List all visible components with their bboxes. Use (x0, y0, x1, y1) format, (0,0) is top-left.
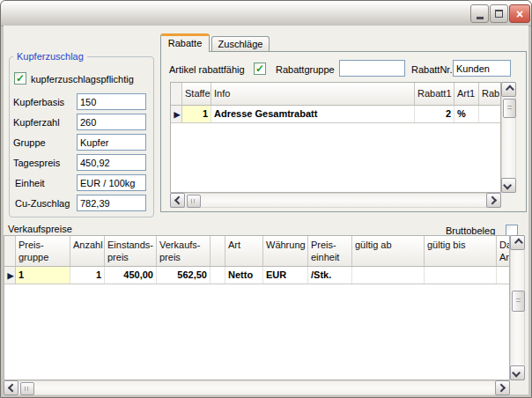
gruppe-label: Gruppe (13, 137, 46, 148)
row-selector-header (171, 83, 182, 105)
kupferzuschlag-title: Kupferzuschlag (13, 51, 87, 62)
rabattnr-label: RabattNr. (411, 64, 452, 75)
column-header-anzahl[interactable]: Anzahl (70, 236, 105, 266)
gruppe-field[interactable] (77, 134, 146, 151)
scroll-down-button[interactable] (510, 365, 525, 380)
einheit-label: Einheit (15, 178, 45, 188)
rabatte-grid[interactable]: Staffel Info Rabatt1 Art1 Rab ▶ 1 Adress… (170, 82, 501, 193)
scroll-up-button[interactable] (501, 82, 516, 97)
thumb-grip-icon (507, 106, 512, 110)
chevron-down-icon (503, 181, 512, 190)
column-header-art[interactable]: Art (225, 236, 263, 266)
cu-zuschlag-field[interactable] (77, 195, 146, 211)
close-button[interactable]: × (509, 4, 530, 23)
scroll-right-button[interactable] (486, 193, 501, 208)
cu-zuschlag-label: Cu-Zuschlag (15, 198, 70, 209)
check-icon: ✓ (16, 73, 25, 84)
cell-einstandspreis[interactable]: 450,00 (105, 267, 157, 284)
kupferzuschlagspflichtig-label: kupferzuschlagspflichtig (31, 74, 134, 85)
cell-art1[interactable]: % (454, 106, 479, 122)
tagespreis-field[interactable] (77, 154, 146, 171)
scroll-up-button[interactable] (510, 235, 525, 250)
artikel-rabattfaehig-checkbox[interactable]: ✓ (254, 63, 266, 75)
kupferbasis-field[interactable] (77, 93, 146, 110)
column-header-gueltig-bis[interactable]: gültig bis (425, 236, 497, 266)
column-header-waehrung[interactable]: Währung (263, 236, 308, 266)
cell-rab[interactable] (479, 106, 500, 122)
cell-gueltig-ab[interactable] (352, 267, 425, 284)
column-header-dat-art[interactable]: Dat Art (497, 236, 510, 266)
rabatte-grid-hscrollbar[interactable] (170, 193, 501, 208)
hscroll-thumb[interactable] (20, 382, 34, 395)
column-header-verkaufspreis[interactable]: Verkaufs- preis (157, 236, 211, 266)
chevron-right-icon (488, 196, 497, 205)
chevron-up-icon (506, 85, 514, 94)
maximize-button[interactable] (490, 4, 508, 23)
rabattgruppe-field[interactable] (339, 60, 405, 77)
rabatte-grid-header: Staffel Info Rabatt1 Art1 Rab (171, 83, 500, 106)
scroll-down-button[interactable] (501, 178, 516, 193)
verkaufspreise-grid-hscrollbar[interactable] (4, 380, 510, 395)
app-window: × Kupferzuschlag ✓ kupferzuschlagspflich… (0, 0, 532, 398)
row-pointer-icon: ▶ (171, 106, 182, 122)
scroll-left-button[interactable] (4, 380, 18, 395)
rabattnr-field[interactable] (453, 60, 511, 77)
column-header-staffel[interactable]: Staffel (182, 83, 211, 105)
chevron-down-icon (512, 369, 521, 378)
minimize-icon (477, 17, 484, 19)
row-pointer-icon: ▶ (4, 267, 16, 284)
rabatte-grid-row[interactable]: ▶ 1 Adresse Gesamtrabatt 2 % (171, 106, 500, 123)
tab-zuschlaege[interactable]: Zuschläge (211, 36, 270, 52)
cell-verkaufspreis[interactable]: 562,50 (157, 267, 211, 284)
column-header-info[interactable]: Info (211, 83, 415, 105)
title-bar[interactable]: × (1, 1, 531, 26)
cell-rabatt1[interactable]: 2 (415, 106, 454, 122)
chevron-right-icon (497, 384, 506, 393)
rabattgruppe-label: Rabattgruppe (276, 64, 335, 75)
cell-info[interactable]: Adresse Gesamtrabatt (211, 106, 415, 122)
cell-preiseinheit[interactable]: /Stk. (308, 267, 352, 284)
verkaufspreise-grid-vscrollbar[interactable] (510, 235, 525, 380)
kupferzuschlagspflichtig-checkbox[interactable]: ✓ (14, 72, 26, 85)
rabatte-grid-vscrollbar[interactable] (501, 82, 516, 193)
hscroll-thumb[interactable] (187, 195, 201, 208)
verkaufspreise-title: Verkaufspreise (8, 224, 72, 234)
cell-waehrung[interactable]: EUR (263, 267, 308, 284)
column-header-rab[interactable]: Rab (479, 83, 500, 105)
einheit-field[interactable] (77, 174, 146, 191)
cell-anzahl[interactable]: 1 (70, 267, 105, 284)
maximize-icon (495, 10, 503, 18)
column-header-preisgruppe[interactable]: Preis- gruppe (16, 236, 70, 266)
tagespreis-label: Tagespreis (13, 158, 60, 168)
thumb-grip-icon (191, 199, 196, 203)
artikel-rabattfaehig-label: Artikel rabattfähig (169, 64, 245, 75)
cell-preisgruppe[interactable]: 1 (16, 267, 70, 284)
kupferbasis-label: Kupferbasis (13, 97, 64, 107)
vscroll-thumb[interactable] (503, 99, 516, 118)
column-header-einstandspreis[interactable]: Einstands- preis (105, 236, 157, 266)
scroll-left-button[interactable] (170, 193, 185, 208)
close-icon: × (516, 7, 523, 21)
cell-art[interactable]: Netto (225, 267, 263, 284)
scroll-right-button[interactable] (495, 380, 510, 395)
thumb-grip-icon (25, 387, 29, 391)
check-icon: ✓ (255, 63, 264, 74)
vscroll-thumb[interactable] (512, 291, 525, 312)
column-header-rabatt1[interactable]: Rabatt1 (415, 83, 454, 105)
verkaufspreise-grid[interactable]: Preis- gruppe Anzahl Einstands- preis Ve… (4, 235, 510, 380)
chevron-left-icon (174, 196, 183, 205)
column-header-spacer[interactable] (211, 236, 225, 266)
column-header-preiseinheit[interactable]: Preis- einheit (308, 236, 352, 266)
chevron-up-icon (514, 239, 523, 247)
cell-dat-art[interactable] (497, 267, 510, 284)
column-header-gueltig-ab[interactable]: gültig ab (352, 236, 425, 266)
thumb-grip-icon (516, 298, 521, 303)
kupferzahl-field[interactable] (77, 114, 146, 130)
cell-gueltig-bis[interactable] (425, 267, 497, 284)
tab-rabatte[interactable]: Rabatte (160, 33, 210, 52)
cell-spacer[interactable] (211, 267, 225, 284)
minimize-button[interactable] (470, 4, 489, 23)
verkaufspreise-grid-row[interactable]: ▶ 1 1 450,00 562,50 Netto EUR /Stk. (4, 267, 509, 284)
column-header-art1[interactable]: Art1 (454, 83, 479, 105)
cell-staffel[interactable]: 1 (182, 106, 211, 122)
